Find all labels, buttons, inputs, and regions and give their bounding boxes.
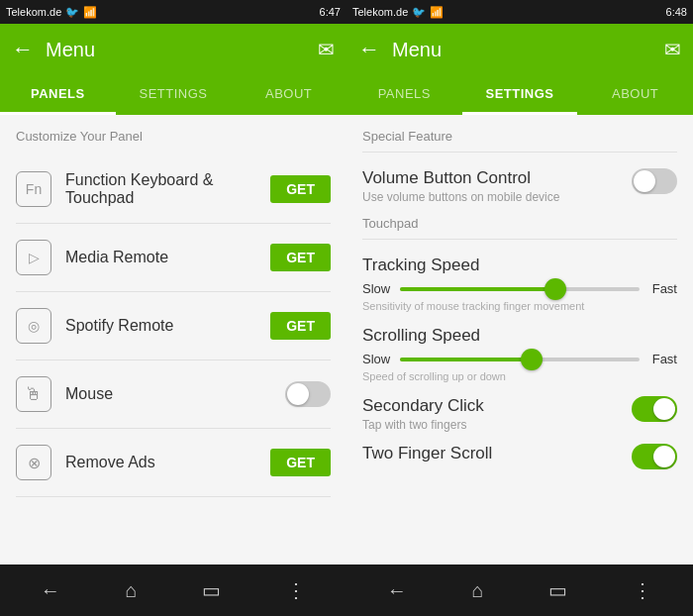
status-bar-left-screen: Telekom.de 🐦 📶 6:47 <box>0 0 346 24</box>
secondary-click-toggle[interactable] <box>632 396 677 422</box>
tracking-slow-label: Slow <box>362 281 390 296</box>
mouse-icon: 🖱 <box>16 376 51 412</box>
mouse-toggle-knob <box>287 383 309 405</box>
spotify-get-button[interactable]: GET <box>270 312 331 340</box>
secondary-click-sub: Tap with two fingers <box>362 418 484 432</box>
scrolling-speed-track[interactable] <box>400 358 640 361</box>
twitter-icon-left: 🐦 <box>65 6 79 19</box>
tab-about-left[interactable]: About <box>231 75 346 115</box>
divider-2 <box>362 239 677 240</box>
two-finger-scroll-row: Two Finger Scroll <box>362 444 677 469</box>
right-mail-icon[interactable]: ✉ <box>664 38 681 61</box>
left-back-button[interactable]: ← <box>12 37 34 62</box>
fn-icon: Fn <box>16 171 51 207</box>
ads-label: Remove Ads <box>65 454 270 471</box>
tracking-speed-row: Slow Fast <box>362 281 677 296</box>
scrolling-slow-label: Slow <box>362 352 390 366</box>
spotify-label: Spotify Remote <box>65 317 270 335</box>
time-right: 6:48 <box>666 6 687 18</box>
list-item: 🖱 Mouse <box>16 360 331 429</box>
two-finger-scroll-label: Two Finger Scroll <box>362 444 492 463</box>
list-item: ▷ Media Remote GET <box>16 224 331 292</box>
tracking-speed-track[interactable] <box>400 287 640 291</box>
volume-toggle[interactable] <box>632 168 677 194</box>
right-screen-title: Menu <box>392 39 652 61</box>
volume-toggle-knob <box>634 170 655 192</box>
signal-icons-right: 📶 <box>430 6 444 19</box>
right-tab-bar: Panels Settings About <box>346 75 693 115</box>
status-bar-right-screen: Telekom.de 🐦 📶 6:48 <box>346 0 693 24</box>
tracking-speed-section: Tracking Speed Slow Fast Sensitivity of … <box>362 256 677 312</box>
left-more-nav-icon[interactable]: ⋮ <box>286 578 306 602</box>
right-back-button[interactable]: ← <box>358 37 380 62</box>
volume-button-label: Volume Button Control <box>362 168 559 188</box>
volume-button-row: Volume Button Control Use volume buttons… <box>362 168 677 204</box>
left-content: Customize Your Panel Fn Function Keyboar… <box>0 115 346 565</box>
left-recents-nav-icon[interactable]: ▭ <box>202 578 221 602</box>
mouse-toggle[interactable] <box>285 381 331 407</box>
left-top-bar: ← Menu ✉ <box>0 24 346 75</box>
left-screen: ← Menu ✉ Panels Settings About Customize… <box>0 24 346 565</box>
volume-button-sub: Use volume buttons on mobile device <box>362 190 559 204</box>
ads-get-button[interactable]: GET <box>270 449 331 476</box>
tab-about-right[interactable]: About <box>577 75 693 115</box>
left-back-nav-icon[interactable]: ← <box>41 579 60 602</box>
scrolling-speed-hint: Speed of scrolling up or down <box>362 370 677 382</box>
right-bottom-nav: ← ⌂ ▭ ⋮ <box>346 565 693 616</box>
right-back-nav-icon[interactable]: ← <box>387 579 407 602</box>
left-tab-bar: Panels Settings About <box>0 75 346 115</box>
tracking-fast-label: Fast <box>649 281 677 296</box>
fn-label: Function Keyboard & Touchpad <box>65 171 270 207</box>
list-item: ⊗ Remove Ads GET <box>16 429 331 497</box>
tab-settings-right[interactable]: Settings <box>462 75 578 115</box>
left-home-nav-icon[interactable]: ⌂ <box>126 579 138 602</box>
fn-get-button[interactable]: GET <box>270 175 331 203</box>
tracking-thumb[interactable] <box>544 278 566 300</box>
scrolling-fill <box>400 358 532 361</box>
spotify-icon: ◎ <box>16 308 51 344</box>
left-bottom-nav: ← ⌂ ▭ ⋮ <box>0 565 346 616</box>
scrolling-speed-section: Scrolling Speed Slow Fast Speed of scrol… <box>362 326 677 382</box>
right-home-nav-icon[interactable]: ⌂ <box>472 579 484 602</box>
list-item: Fn Function Keyboard & Touchpad GET <box>16 155 331 224</box>
media-get-button[interactable]: GET <box>270 244 331 271</box>
scrolling-fast-label: Fast <box>649 352 677 366</box>
time-left: 6:47 <box>320 6 341 18</box>
secondary-click-row: Secondary Click Tap with two fingers <box>362 396 677 432</box>
media-icon: ▷ <box>16 240 51 275</box>
screens-container: ← Menu ✉ Panels Settings About Customize… <box>0 24 693 565</box>
secondary-click-label: Secondary Click <box>362 396 484 416</box>
left-screen-title: Menu <box>46 39 306 61</box>
scrolling-speed-row: Slow Fast <box>362 352 677 366</box>
tab-panels-right[interactable]: Panels <box>346 75 462 115</box>
tracking-speed-label: Tracking Speed <box>362 256 677 275</box>
right-top-bar: ← Menu ✉ <box>346 24 693 75</box>
two-finger-scroll-toggle[interactable] <box>632 444 677 469</box>
special-feature-title: Special Feature <box>362 129 677 144</box>
right-screen: ← Menu ✉ Panels Settings About Special F… <box>346 24 693 565</box>
carrier-left: Telekom.de <box>6 6 61 18</box>
scrolling-speed-label: Scrolling Speed <box>362 326 677 346</box>
twitter-icon-right: 🐦 <box>412 6 426 19</box>
right-more-nav-icon[interactable]: ⋮ <box>633 578 652 602</box>
divider-1 <box>362 152 677 153</box>
signal-icons-left: 📶 <box>83 6 97 19</box>
tab-settings-left[interactable]: Settings <box>116 75 232 115</box>
ads-icon: ⊗ <box>16 445 51 480</box>
tracking-fill <box>400 287 555 291</box>
customize-panel-title: Customize Your Panel <box>16 129 331 144</box>
scrolling-thumb[interactable] <box>521 349 543 370</box>
mouse-label: Mouse <box>65 385 285 403</box>
secondary-click-toggle-knob <box>653 398 675 420</box>
media-label: Media Remote <box>65 249 270 266</box>
status-bars: Telekom.de 🐦 📶 6:47 Telekom.de 🐦 📶 6:48 <box>0 0 693 24</box>
list-item: ◎ Spotify Remote GET <box>16 292 331 360</box>
left-mail-icon[interactable]: ✉ <box>318 38 335 61</box>
right-content: Special Feature Volume Button Control Us… <box>346 115 693 565</box>
tab-panels-left[interactable]: Panels <box>0 75 116 115</box>
right-recents-nav-icon[interactable]: ▭ <box>548 578 567 602</box>
bottom-navs: ← ⌂ ▭ ⋮ ← ⌂ ▭ ⋮ <box>0 565 693 616</box>
tracking-speed-hint: Sensitivity of mouse tracking finger mov… <box>362 300 677 312</box>
carrier-right: Telekom.de <box>352 6 408 18</box>
two-finger-scroll-toggle-knob <box>653 446 675 467</box>
